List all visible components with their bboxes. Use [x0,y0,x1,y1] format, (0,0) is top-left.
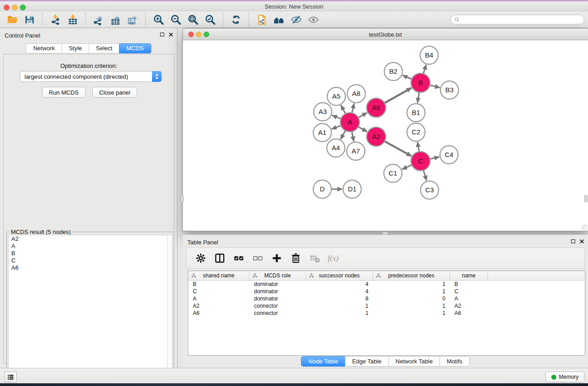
graph-node-A[interactable]: A [340,113,359,132]
task-history-button[interactable] [5,372,17,382]
graph-edge-C-C4[interactable] [430,157,440,159]
graph-node-C1[interactable]: C1 [384,164,402,182]
save-session-button[interactable] [22,13,37,26]
deselect-all-button[interactable] [250,252,265,265]
import-network-button[interactable] [48,13,62,26]
network-canvas[interactable]: B4 B2 B B3 A5 A8 A6 A3 B1 A A1 C2 A2 [183,40,588,231]
export-image-button[interactable] [125,13,140,26]
graph-node-B1[interactable]: B1 [407,104,425,122]
result-list-item[interactable]: A2 [9,235,172,243]
function-builder-icon[interactable]: f(x) [328,254,339,263]
tab-select[interactable]: Select [89,43,120,53]
search-field[interactable] [450,14,584,24]
graph-node-B4[interactable]: B4 [420,46,438,64]
select-all-button[interactable] [231,252,246,265]
table-settings-button[interactable] [193,252,208,265]
float-panel-icon[interactable] [160,32,165,37]
table-row[interactable]: A6connector11A6 [188,310,585,317]
result-list-scrollbar[interactable] [167,235,172,386]
column-header-name[interactable]: name [450,271,488,280]
column-visibility-button[interactable] [212,252,227,265]
table-row[interactable]: Adominator80A [188,295,585,302]
network-graph[interactable]: B4 B2 B B3 A5 A8 A6 A3 B1 A A1 C2 A2 [183,40,588,231]
network-window-titlebar[interactable]: testGlobe.txt [183,29,588,40]
new-network-button[interactable] [254,13,269,26]
graph-node-B[interactable]: B [411,73,430,92]
open-session-button[interactable] [5,13,19,26]
graph-edge-C-C1[interactable] [402,165,411,169]
zoom-out-button[interactable] [168,13,183,26]
refresh-view-button[interactable] [229,13,243,26]
graph-node-C3[interactable]: C3 [421,181,439,199]
south-splitter-handle[interactable] [382,232,388,235]
graph-edge-A6-B[interactable] [385,88,411,103]
delete-row-button[interactable] [288,252,303,265]
export-network-button[interactable] [91,13,105,26]
graph-edge-B-B2[interactable] [402,76,411,79]
float-panel-icon[interactable] [571,239,576,244]
graph-edge-A-A8[interactable] [352,104,354,113]
graph-edge-A-A5[interactable] [341,105,345,114]
graph-edge-A-A2[interactable] [359,127,367,132]
graph-node-A2[interactable]: A2 [367,127,386,146]
column-header-shared-name[interactable]: shared name [188,271,249,280]
node-table[interactable]: shared name MCDS role successor nodes pr… [188,271,585,356]
search-input[interactable] [460,16,581,23]
memory-button[interactable]: Memory [545,372,584,382]
table-row[interactable]: Cdominator41C [188,288,585,295]
graph-node-C[interactable]: C [411,152,430,171]
graph-node-A6[interactable]: A6 [367,98,386,117]
graph-edge-B-B3[interactable] [430,85,440,87]
tab-motifs[interactable]: Motifs [440,356,470,367]
zoom-in-button[interactable] [151,13,166,26]
graph-edge-A-A7[interactable] [352,132,354,142]
graph-node-A1[interactable]: A1 [313,124,331,142]
export-table-button[interactable] [108,13,123,26]
graph-edge-C-C2[interactable] [417,142,419,152]
criterion-dropdown[interactable]: largest connected component (directed) [20,71,162,82]
graph-edge-C-C3[interactable] [424,171,427,181]
graph-node-B2[interactable]: B2 [384,62,402,81]
graph-node-C2[interactable]: C2 [407,123,425,141]
column-header-predecessor-nodes[interactable]: predecessor nodes [373,271,450,280]
east-splitter-handle[interactable] [584,195,588,202]
graph-node-D1[interactable]: D1 [343,180,361,198]
result-list-item[interactable]: C [9,257,172,264]
graph-node-A8[interactable]: A8 [347,85,365,103]
close-panel-button[interactable]: Close panel [92,87,137,98]
window-resize-grip[interactable] [582,224,588,230]
table-row[interactable]: A2connector11A2 [188,302,585,310]
tab-mcds[interactable]: MCDS [119,43,151,53]
result-list-item[interactable]: A [9,243,172,250]
tab-network-table[interactable]: Network Table [388,356,440,367]
graph-node-D[interactable]: D [313,180,331,198]
graph-edge-A-A3[interactable] [332,115,341,119]
delete-table-button[interactable] [307,252,322,265]
tab-style[interactable]: Style [62,43,89,53]
graph-edge-B-B4[interactable] [424,65,426,73]
show-graphics-details-button[interactable] [306,13,320,26]
graph-node-A4[interactable]: A4 [327,139,345,157]
graph-edge-A-A4[interactable] [341,131,345,139]
graph-node-A5[interactable]: A5 [327,87,345,105]
add-row-button[interactable] [269,252,284,265]
zoom-fit-button[interactable] [186,13,200,26]
import-table-button[interactable] [65,13,80,26]
graph-node-A3[interactable]: A3 [314,103,332,121]
graph-node-A7[interactable]: A7 [347,142,365,160]
tab-edge-table[interactable]: Edge Table [345,356,389,367]
tab-network[interactable]: Network [26,43,62,53]
run-mcds-button[interactable]: Run MCDS [42,87,86,98]
graph-edge-A2-C[interactable] [385,142,411,156]
graph-node-B3[interactable]: B3 [440,81,459,99]
result-list-item[interactable]: B [9,250,172,257]
table-row[interactable]: Bdominator41B [188,281,585,288]
column-header-successor-nodes[interactable]: successor nodes [306,271,373,280]
west-splitter-handle[interactable] [181,195,184,202]
close-panel-icon[interactable] [168,32,173,37]
graph-edge-A-A6[interactable] [359,113,367,117]
result-list-item[interactable]: A6 [9,264,172,272]
graph-edge-B-B1[interactable] [417,93,419,103]
zoom-selected-button[interactable] [203,13,217,26]
close-panel-icon[interactable] [579,239,584,244]
